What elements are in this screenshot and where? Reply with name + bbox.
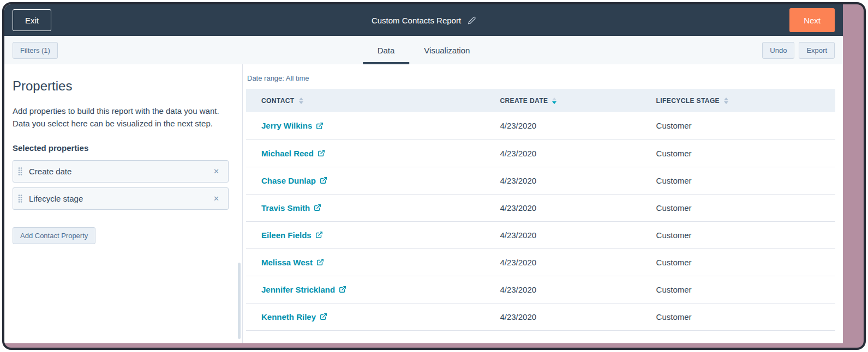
create-date-cell: 4/23/2020	[484, 276, 640, 303]
contact-link[interactable]: Michael Reed	[261, 149, 325, 158]
filters-button[interactable]: Filters (1)	[13, 42, 58, 59]
contact-name: Jerry Wilkins	[261, 121, 312, 130]
drag-handle-icon[interactable]	[18, 167, 22, 176]
external-link-icon	[315, 231, 323, 239]
external-link-icon	[339, 286, 346, 293]
lifecycle-stage-cell: Customer	[641, 194, 835, 221]
table-row: Chase Dunlap 4/23/2020 Customer	[246, 167, 835, 194]
property-chip-label: Lifecycle stage	[29, 194, 212, 203]
table-row: Jerry Wilkins 4/23/2020 Customer	[246, 112, 835, 139]
contact-name: Chase Dunlap	[261, 176, 316, 185]
contact-link[interactable]: Jennifer Strickland	[261, 285, 346, 294]
top-bar: Exit Custom Contacts Report Next	[4, 4, 843, 36]
external-link-icon	[318, 149, 325, 157]
contact-cell: Travis Smith	[246, 194, 484, 221]
sidebar-scrollbar[interactable]	[238, 263, 241, 339]
tabs: Data Visualization	[363, 36, 485, 64]
drag-handle-icon[interactable]	[18, 194, 22, 203]
lifecycle-stage-cell: Customer	[641, 167, 835, 194]
contact-cell: Jennifer Strickland	[246, 276, 484, 303]
create-date-cell: 4/23/2020	[484, 194, 640, 221]
sort-icon[interactable]	[299, 98, 303, 104]
contact-name: Michael Reed	[261, 149, 314, 158]
contact-name: Kenneth Riley	[261, 312, 316, 321]
contact-cell: Chase Dunlap	[246, 167, 484, 194]
contact-cell: Melissa West	[246, 248, 484, 276]
toolbar-actions: Undo Export	[762, 42, 835, 59]
contact-cell: Michael Reed	[246, 139, 484, 167]
lifecycle-stage-cell: Customer	[641, 112, 835, 139]
table-body: Jerry Wilkins 4/23/2020 Customer Michael…	[246, 112, 835, 330]
column-header-label: CREATE DATE	[500, 97, 548, 105]
contact-cell: Eileen Fields	[246, 221, 484, 248]
contacts-table: CONTACT CREATE DATE	[246, 89, 835, 331]
tab-data[interactable]: Data	[363, 36, 410, 64]
contact-cell: Kenneth Riley	[246, 303, 484, 330]
contact-name: Travis Smith	[261, 203, 310, 213]
tab-visualization[interactable]: Visualization	[409, 36, 484, 64]
remove-property-icon[interactable]: ✕	[212, 194, 221, 203]
create-date-cell: 4/23/2020	[484, 248, 640, 276]
create-date-cell: 4/23/2020	[484, 167, 640, 194]
next-button[interactable]: Next	[789, 8, 835, 32]
create-date-cell: 4/23/2020	[484, 303, 640, 330]
table-row: Michael Reed 4/23/2020 Customer	[246, 139, 835, 167]
properties-description: Add properties to build this report with…	[13, 105, 226, 130]
date-range-label: Date range: All time	[247, 74, 835, 82]
lifecycle-stage-cell: Customer	[641, 221, 835, 248]
create-date-cell: 4/23/2020	[484, 139, 640, 167]
report-title: Custom Contacts Report	[372, 16, 461, 25]
toolbar: Filters (1) Data Visualization Undo Expo…	[4, 36, 843, 64]
lifecycle-stage-cell: Customer	[641, 303, 835, 330]
contact-link[interactable]: Eileen Fields	[261, 230, 323, 240]
contact-name: Melissa West	[261, 258, 313, 267]
screenshot-frame: Exit Custom Contacts Report Next Filters…	[2, 2, 866, 350]
sort-icon[interactable]	[724, 98, 728, 104]
edit-title-pencil-icon[interactable]	[468, 16, 476, 25]
external-link-icon	[316, 122, 324, 130]
exit-button[interactable]: Exit	[13, 9, 51, 31]
column-header-label: LIFECYCLE STAGE	[656, 97, 720, 105]
lifecycle-stage-cell: Customer	[641, 276, 835, 303]
add-contact-property-button[interactable]: Add Contact Property	[13, 227, 95, 244]
column-header-create-date[interactable]: CREATE DATE	[484, 89, 640, 112]
contact-name: Jennifer Strickland	[261, 285, 335, 294]
external-link-icon	[320, 313, 327, 320]
remove-property-icon[interactable]: ✕	[212, 167, 221, 176]
report-builder-app: Exit Custom Contacts Report Next Filters…	[4, 4, 843, 343]
report-title-wrap: Custom Contacts Report	[372, 16, 476, 25]
table-row: Travis Smith 4/23/2020 Customer	[246, 194, 835, 221]
contact-cell: Jerry Wilkins	[246, 112, 484, 139]
column-header-label: CONTACT	[261, 97, 295, 105]
report-preview: Date range: All time CONTACT	[243, 64, 843, 343]
selected-properties-heading: Selected properties	[13, 143, 234, 153]
column-header-lifecycle-stage[interactable]: LIFECYCLE STAGE	[641, 89, 835, 112]
property-chip-create-date[interactable]: Create date ✕	[13, 160, 229, 183]
column-header-contact[interactable]: CONTACT	[246, 89, 484, 112]
contact-link[interactable]: Melissa West	[261, 258, 324, 267]
properties-panel: Properties Add properties to build this …	[4, 64, 243, 343]
lifecycle-stage-cell: Customer	[641, 139, 835, 167]
create-date-cell: 4/23/2020	[484, 221, 640, 248]
table-row: Melissa West 4/23/2020 Customer	[246, 248, 835, 276]
external-link-icon	[314, 204, 321, 211]
property-chip-lifecycle-stage[interactable]: Lifecycle stage ✕	[13, 187, 229, 210]
table-row: Kenneth Riley 4/23/2020 Customer	[246, 303, 835, 330]
contact-link[interactable]: Chase Dunlap	[261, 176, 327, 185]
contact-link[interactable]: Travis Smith	[261, 203, 321, 213]
properties-title: Properties	[13, 78, 234, 94]
external-link-icon	[316, 258, 324, 266]
sort-icon[interactable]	[552, 98, 556, 104]
contact-link[interactable]: Kenneth Riley	[261, 312, 327, 321]
table-header-row: CONTACT CREATE DATE	[246, 89, 835, 112]
lifecycle-stage-cell: Customer	[641, 248, 835, 276]
contact-link[interactable]: Jerry Wilkins	[261, 121, 324, 130]
external-link-icon	[320, 177, 327, 184]
export-button[interactable]: Export	[799, 42, 835, 59]
table-row: Jennifer Strickland 4/23/2020 Customer	[246, 276, 835, 303]
undo-button[interactable]: Undo	[762, 42, 794, 59]
contact-name: Eileen Fields	[261, 230, 312, 240]
property-chip-label: Create date	[29, 167, 212, 176]
main-area: Properties Add properties to build this …	[4, 64, 843, 343]
table-row: Eileen Fields 4/23/2020 Customer	[246, 221, 835, 248]
